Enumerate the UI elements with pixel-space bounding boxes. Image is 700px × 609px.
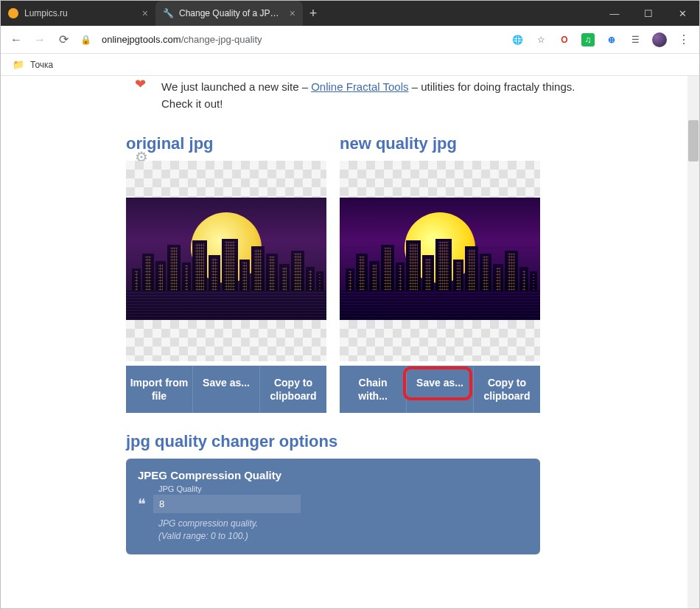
back-button[interactable]: ← [10,33,23,46]
folder-icon: 📁 [13,59,24,70]
result-image-box[interactable] [340,161,540,361]
titlebar: Lumpics.ru × 🔧 Change Quality of a JPEG … [1,1,699,26]
preview-image [126,198,326,320]
tab-onlinejpgtools[interactable]: 🔧 Change Quality of a JPEG - Onlin × [155,1,303,26]
result-panel: new quality jpg Chain with... Save as... [340,134,540,413]
bookmarks-bar: 📁 Точка [1,54,699,76]
banner-link[interactable]: Online Fractal Tools [311,80,408,93]
tab-title: Lumpics.ru [24,8,136,18]
tab-title: Change Quality of a JPEG - Onlin [179,8,284,18]
options-title: jpg quality changer options [126,432,583,451]
profile-avatar[interactable] [652,32,667,47]
original-image-box[interactable] [126,161,326,361]
import-button[interactable]: Import from file [126,366,192,413]
close-window-button[interactable]: ✕ [665,1,699,26]
extension-icon[interactable]: O [558,33,571,46]
chain-with-button[interactable]: Chain with... [340,366,406,413]
menu-button[interactable]: ⋮ [677,32,690,46]
translate-icon[interactable]: 🌐 [511,33,524,46]
original-buttons: Import from file Save as... Copy to clip… [126,366,326,413]
url-field[interactable]: onlinejpgtools.com/change-jpg-quality [102,34,500,45]
save-as-button[interactable]: Save as... [192,366,259,413]
bookmark-item[interactable]: Точка [30,60,53,70]
copy-clipboard-button[interactable]: Copy to clipboard [259,366,326,413]
announcement-banner: We just launched a new site – Online Fra… [126,76,583,112]
options-box: JPEG Compression Quality JPG Quality ❝ J… [126,459,540,554]
favicon-icon [8,8,18,18]
scrollbar-thumb[interactable] [688,120,699,161]
reading-list-icon[interactable]: ☰ [629,33,642,46]
heart-icon: ❤ [135,76,146,92]
star-icon[interactable]: ☆ [534,33,547,46]
extension-icon[interactable]: ♫ [581,33,595,46]
original-panel: original jpg Import from file Save as... [126,134,326,413]
panel-title: new quality jpg [340,134,540,153]
option-label: JPG Quality [158,484,528,493]
copy-clipboard-button[interactable]: Copy to clipboard [473,366,540,413]
page-content: ❤ ⚙ ★ 🔗 🐦 We just launched a new site – … [1,76,699,608]
banner-text: We just launched a new site – [161,80,311,93]
extension-icon[interactable]: ⊕ [605,33,618,46]
scrollbar[interactable] [687,76,699,608]
reload-button[interactable]: ⟳ [57,32,70,46]
panel-title: original jpg [126,134,326,153]
quality-input[interactable] [153,495,301,513]
save-as-button[interactable]: Save as... [406,366,473,413]
new-tab-button[interactable]: + [303,1,323,26]
minimize-button[interactable]: — [598,1,631,26]
option-hint: JPG compression quality.(Valid range: 0 … [158,518,528,543]
tab-lumpics[interactable]: Lumpics.ru × [1,1,155,26]
result-buttons: Chain with... Save as... Copy to clipboa… [340,366,540,413]
lock-icon: 🔒 [80,35,91,45]
favicon-icon: 🔧 [163,8,173,18]
address-bar: ← → ⟳ 🔒 onlinejpgtools.com/change-jpg-qu… [1,26,699,54]
quote-icon: ❝ [138,495,146,513]
preview-image [340,198,540,320]
option-heading: JPEG Compression Quality [138,469,528,481]
close-icon[interactable]: × [290,7,295,19]
maximize-button[interactable]: ☐ [631,1,665,26]
close-icon[interactable]: × [142,7,148,19]
forward-button[interactable]: → [33,33,46,46]
